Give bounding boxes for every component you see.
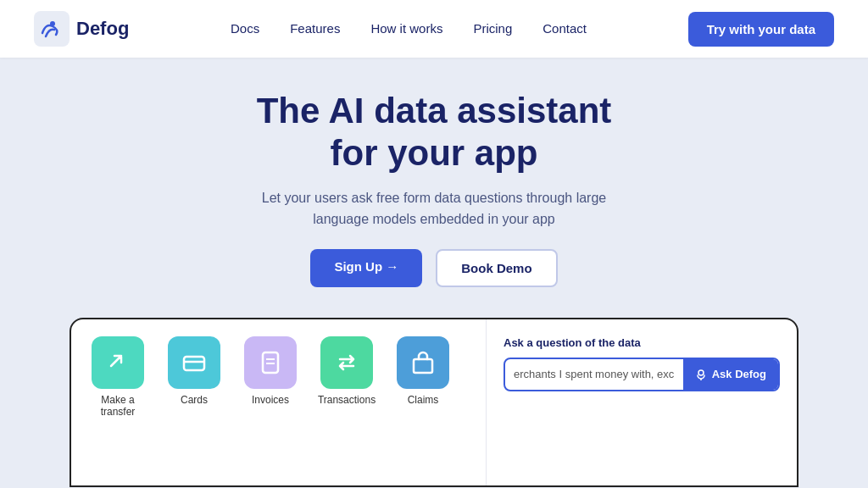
svg-point-8 <box>698 370 704 375</box>
defog-logo-icon <box>34 11 70 47</box>
try-with-your-data-button[interactable]: Try with your data <box>688 12 834 47</box>
category-transactions[interactable]: Transactions <box>317 336 376 418</box>
svg-rect-7 <box>414 359 432 373</box>
demo-wrapper: Make a transfer Cards Invoices <box>0 318 868 487</box>
cards-label: Cards <box>181 394 208 406</box>
category-claims[interactable]: Claims <box>393 336 453 418</box>
nav-docs[interactable]: Docs <box>231 21 259 36</box>
ask-defog-button[interactable]: Ask Defog <box>683 359 778 390</box>
nav-pricing[interactable]: Pricing <box>473 21 512 36</box>
hero-headline-line2: for your app <box>330 133 537 173</box>
demo-window: Make a transfer Cards Invoices <box>70 318 798 487</box>
demo-categories: Make a transfer Cards Invoices <box>88 336 469 418</box>
hero-headline-line1: The AI data assistant <box>257 91 612 130</box>
svg-point-1 <box>50 21 55 26</box>
ask-label: Ask a question of the data <box>504 336 780 349</box>
transactions-label: Transactions <box>318 394 376 406</box>
make-a-transfer-label: Make a transfer <box>88 394 147 418</box>
logo-text: Defog <box>76 18 129 40</box>
book-demo-button[interactable]: Book Demo <box>436 249 557 287</box>
nav-contact[interactable]: Contact <box>542 21 587 36</box>
ask-input[interactable] <box>505 368 683 380</box>
demo-right-panel: Ask a question of the data Ask Defog <box>487 319 797 485</box>
ask-defog-label: Ask Defog <box>712 368 766 380</box>
invoices-icon <box>244 336 297 389</box>
navbar: Defog Docs Features How it works Pricing… <box>0 0 868 58</box>
claims-label: Claims <box>408 394 439 406</box>
hero-headline: The AI data assistant for your app <box>17 90 851 175</box>
transactions-icon <box>320 336 373 389</box>
ask-input-row: Ask Defog <box>504 358 780 391</box>
category-make-a-transfer[interactable]: Make a transfer <box>88 336 147 418</box>
invoices-label: Invoices <box>252 394 289 406</box>
cards-icon <box>168 336 220 389</box>
signup-button[interactable]: Sign Up → <box>310 249 422 287</box>
hero-subtext: Let your users ask free form data questi… <box>248 187 620 230</box>
nav-links: Docs Features How it works Pricing Conta… <box>231 21 587 36</box>
hero-section: The AI data assistant for your app Let y… <box>0 58 868 304</box>
make-a-transfer-icon <box>92 336 144 389</box>
category-cards[interactable]: Cards <box>164 336 224 418</box>
svg-rect-2 <box>184 357 204 370</box>
category-invoices[interactable]: Invoices <box>241 336 300 418</box>
microphone-icon <box>695 369 707 380</box>
claims-icon <box>397 336 449 389</box>
hero-buttons: Sign Up → Book Demo <box>17 249 851 287</box>
logo[interactable]: Defog <box>34 11 129 47</box>
demo-left-panel: Make a transfer Cards Invoices <box>71 319 487 485</box>
nav-how-it-works[interactable]: How it works <box>370 21 442 36</box>
nav-features[interactable]: Features <box>290 21 340 36</box>
